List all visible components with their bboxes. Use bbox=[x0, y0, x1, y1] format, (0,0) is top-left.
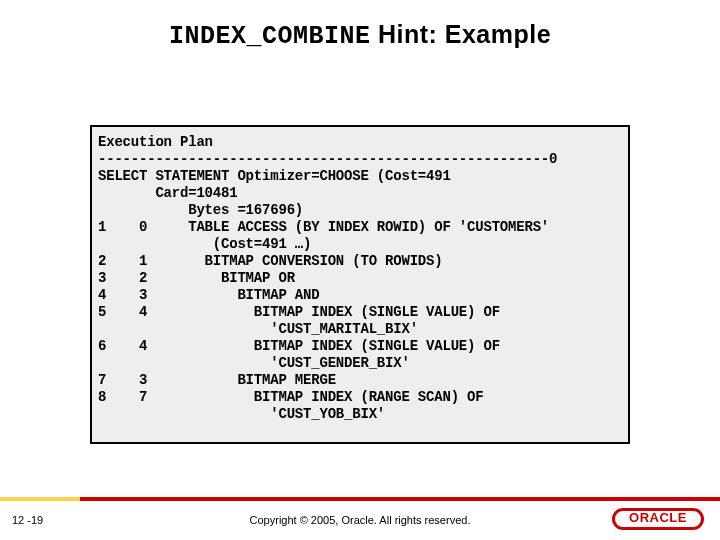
plan-line: 2 1 BITMAP CONVERSION (TO ROWIDS) bbox=[98, 253, 442, 269]
slide-title: INDEX_COMBINE Hint: Example bbox=[0, 20, 720, 51]
plan-line: Bytes =167696) bbox=[98, 202, 303, 218]
footer-divider-accent bbox=[0, 497, 80, 501]
oracle-logo: ORACLE bbox=[612, 508, 704, 530]
plan-line: 8 7 BITMAP INDEX (RANGE SCAN) OF bbox=[98, 389, 483, 405]
plan-line: SELECT STATEMENT Optimizer=CHOOSE (Cost=… bbox=[98, 168, 451, 184]
plan-line: 'CUST_MARITAL_BIX' bbox=[98, 321, 418, 337]
plan-line: 'CUST_GENDER_BIX' bbox=[98, 355, 410, 371]
title-rest: Hint: Example bbox=[370, 20, 551, 48]
plan-line: 5 4 BITMAP INDEX (SINGLE VALUE) OF bbox=[98, 304, 500, 320]
plan-line: 3 2 BITMAP OR bbox=[98, 270, 295, 286]
plan-line: (Cost=491 …) bbox=[98, 236, 311, 252]
slide: INDEX_COMBINE Hint: Example Execution Pl… bbox=[0, 0, 720, 540]
plan-line: Card=10481 bbox=[98, 185, 237, 201]
plan-line: 7 3 BITMAP MERGE bbox=[98, 372, 336, 388]
plan-line: ----------------------------------------… bbox=[98, 151, 557, 167]
oracle-logo-text: ORACLE bbox=[612, 510, 704, 525]
execution-plan-box: Execution Plan -------------------------… bbox=[90, 125, 630, 444]
plan-line: 1 0 TABLE ACCESS (BY INDEX ROWID) OF 'CU… bbox=[98, 219, 549, 235]
execution-plan-text: Execution Plan -------------------------… bbox=[98, 134, 622, 423]
title-code: INDEX_COMBINE bbox=[169, 22, 371, 51]
plan-line: 6 4 BITMAP INDEX (SINGLE VALUE) OF bbox=[98, 338, 500, 354]
plan-line: Execution Plan bbox=[98, 134, 213, 150]
plan-line: 'CUST_YOB_BIX' bbox=[98, 406, 385, 422]
plan-line: 4 3 BITMAP AND bbox=[98, 287, 319, 303]
footer-divider bbox=[0, 497, 720, 501]
